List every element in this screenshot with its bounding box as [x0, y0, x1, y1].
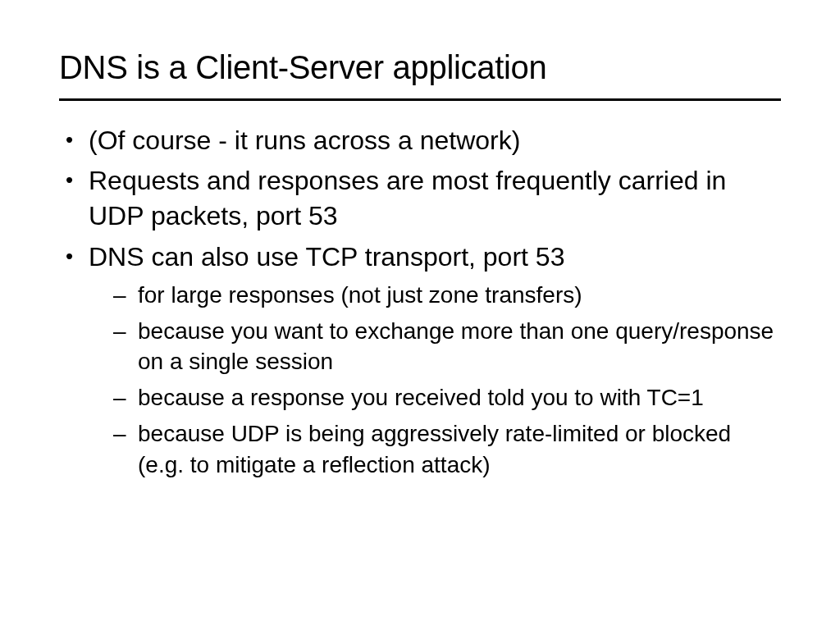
title-underline: [59, 98, 781, 101]
slide: DNS is a Client-Server application (Of c…: [0, 0, 840, 630]
sub-bullet-item: because a response you received told you…: [89, 382, 781, 413]
sub-bullet-item: because UDP is being aggressively rate-l…: [89, 418, 781, 481]
sub-bullet-text: because a response you received told you…: [138, 385, 704, 410]
bullet-text: (Of course - it runs across a network): [89, 126, 520, 155]
slide-content: (Of course - it runs across a network) R…: [59, 123, 781, 486]
sub-bullet-item: because you want to exchange more than o…: [89, 316, 781, 378]
bullet-item: Requests and responses are most frequent…: [59, 163, 781, 234]
bullet-list: (Of course - it runs across a network) R…: [59, 123, 781, 481]
sub-bullet-list: for large responses (not just zone trans…: [89, 280, 781, 481]
bullet-text: DNS can also use TCP transport, port 53: [89, 242, 564, 272]
slide-title: DNS is a Client-Server application: [59, 49, 547, 86]
sub-bullet-item: for large responses (not just zone trans…: [89, 280, 781, 311]
sub-bullet-text: for large responses (not just zone trans…: [138, 282, 582, 308]
bullet-item: DNS can also use TCP transport, port 53 …: [59, 240, 781, 481]
sub-bullet-text: because UDP is being aggressively rate-l…: [138, 421, 731, 477]
bullet-text: Requests and responses are most frequent…: [89, 166, 726, 231]
sub-bullet-text: because you want to exchange more than o…: [138, 318, 774, 375]
bullet-item: (Of course - it runs across a network): [59, 123, 781, 158]
